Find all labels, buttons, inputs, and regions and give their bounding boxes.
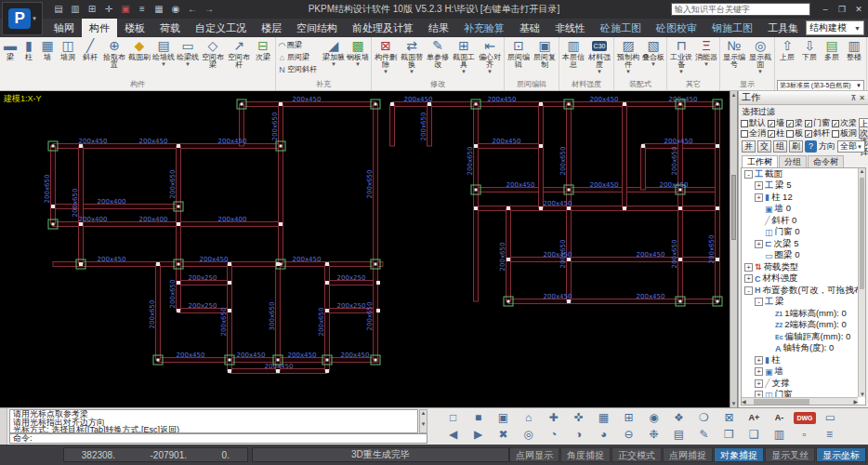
pick-place-button[interactable]: ⊕拾取布置 <box>101 38 127 80</box>
zoom-icon[interactable]: ◎ <box>516 427 541 443</box>
toggle-对象捕捉[interactable]: 对象捕捉 <box>714 447 764 462</box>
column-button[interactable]: ▮柱 <box>20 38 38 80</box>
bulb-icon[interactable]: ❍ <box>691 410 717 426</box>
tree-item[interactable]: +▣墙 <box>742 366 865 379</box>
maximize-button[interactable]: ❐ <box>835 3 849 16</box>
tab-基础[interactable]: 基础 <box>512 19 547 37</box>
filter-checkbox-斜杆[interactable]: ✓ <box>805 130 812 138</box>
industrial-equipment-button[interactable]: ⊓工业设备▼ <box>668 38 694 80</box>
text-larger-icon[interactable]: A+ <box>742 410 767 426</box>
fit-view-icon[interactable]: ▫ <box>792 427 817 443</box>
toggle-正交模式[interactable]: 正交模式 <box>612 447 662 462</box>
knowledge-search-input[interactable] <box>671 3 810 16</box>
filter-checkbox-次梁[interactable]: ✓ <box>832 120 839 127</box>
beam-button[interactable]: ▬梁 <box>1 38 20 80</box>
hybrid-cube-icon[interactable]: ▣ <box>491 410 516 426</box>
section-tool-button[interactable]: ⊞截面工具▼ <box>451 38 477 80</box>
wall-hole-button[interactable]: ◫墙洞 <box>57 38 79 80</box>
space-brace-button[interactable]: Ν空间斜杆 <box>277 63 322 75</box>
draw-beam-button[interactable]: ▭绘梁线▼ <box>176 38 200 80</box>
tab-砼图校审[interactable]: 砼图校审 <box>649 19 704 37</box>
purge-icon[interactable]: ⊠ <box>717 410 742 426</box>
viewport-3-icon[interactable]: ▥ <box>767 427 792 443</box>
user-icon[interactable]: ◉ <box>169 3 182 16</box>
floor-selector[interactable]: 第3标准层 (第3-5自然层)▼ <box>777 80 864 91</box>
filter-checkbox-默认[interactable] <box>741 120 748 127</box>
pkpm-logo[interactable]: P ▾ <box>2 2 43 35</box>
print-icon[interactable]: ⊞ <box>85 3 99 16</box>
collapse-icon[interactable]: - <box>744 170 753 179</box>
filter-checkbox-板[interactable] <box>786 130 794 138</box>
list-icon[interactable]: ≡ <box>136 3 149 16</box>
cad-canvas[interactable]: 建模1:X-Y 200x450200x450200x450200x450200x… <box>0 91 738 407</box>
wall-button[interactable]: ▦墙 <box>38 38 57 80</box>
whole-building-button[interactable]: ▥整楼 <box>843 38 865 80</box>
highlight-icon[interactable]: ❉ <box>641 427 666 443</box>
panel-tab-分组[interactable]: 分组 <box>779 155 807 167</box>
stamp-icon[interactable]: ▣ <box>119 3 132 16</box>
tree-item[interactable]: +C材料强度 <box>742 273 865 286</box>
toggle-显示叉丝[interactable]: 显示叉丝 <box>765 447 815 462</box>
panel-tab-命令树[interactable]: 命令树 <box>808 155 844 167</box>
viewport-1-icon[interactable]: ❒ <box>717 427 742 443</box>
expand-icon[interactable]: + <box>744 274 753 283</box>
steel-plate-wall-button[interactable]: ▩钢板墙▼ <box>346 38 370 80</box>
layers-icon[interactable]: ▤ <box>666 427 691 443</box>
damper-button[interactable]: Ξ消能器▼ <box>694 38 718 80</box>
floor-down-button[interactable]: ⇩下层 <box>798 38 821 80</box>
tab-工具集[interactable]: 工具集 <box>760 19 806 37</box>
list-view-icon[interactable]: ≡ <box>817 427 842 443</box>
viewport-2-icon[interactable]: ❑ <box>742 427 767 443</box>
shaded-cube-icon[interactable]: ■ <box>466 410 491 426</box>
canvas-scroll-thumb[interactable] <box>731 175 736 240</box>
solid-view-icon[interactable]: ▦ <box>591 410 616 426</box>
brace-button[interactable]: ╱斜杆 <box>79 38 101 80</box>
tab-砼施工图[interactable]: 砼施工图 <box>593 19 649 37</box>
precast-member-button[interactable]: ▨预制构件▼ <box>615 38 641 80</box>
tree-item[interactable]: ▣墙 0 <box>742 204 865 216</box>
inter-story-beam-button[interactable]: ⌂层间梁 <box>277 51 322 63</box>
zoom-scale-icon[interactable]: ◔ <box>541 427 566 443</box>
tree-item[interactable]: +╱支撑 <box>742 378 865 390</box>
canvas-vertical-scrollbar[interactable]: ▲ ▼ <box>730 91 737 407</box>
show-number-button[interactable]: №显示编号 <box>721 38 747 80</box>
grid-view-icon[interactable]: ⊞ <box>616 410 641 426</box>
space-bar-button[interactable]: ↗空间布杆 <box>226 38 252 80</box>
filter-checkbox-全消[interactable] <box>741 130 748 138</box>
toggle-角度捕捉[interactable]: 角度捕捉 <box>560 447 611 462</box>
panel-close-icon[interactable]: ✕ <box>859 94 865 102</box>
filter-刷-button[interactable]: 刷 <box>789 140 803 153</box>
tree-item[interactable]: -H布置参数(可改，可拖拽布置) <box>742 285 865 297</box>
toggle-显示坐标[interactable]: 显示坐标 <box>816 447 866 462</box>
section-replace-button[interactable]: ⇄截面替换▼ <box>399 38 425 80</box>
save-as-icon[interactable]: ▥ <box>69 3 82 16</box>
wire-cube-icon[interactable]: □ <box>441 410 466 426</box>
command-resize-strip[interactable] <box>0 408 7 445</box>
tree-item[interactable]: -工截面 <box>742 168 865 180</box>
tree-hscroll-thumb[interactable] <box>754 399 809 405</box>
offset-align-button[interactable]: ⇤偏心对齐▼ <box>477 38 503 80</box>
next-view-icon[interactable]: ▶ <box>466 427 491 443</box>
zoom-off-icon[interactable]: ✖ <box>491 427 516 443</box>
tree-item[interactable]: ◫门窗 0 <box>742 227 865 239</box>
ring-beam-button[interactable]: ◠圈梁 <box>277 39 322 51</box>
sub-beam-button[interactable]: ⊟次梁 <box>252 38 274 80</box>
filter-checkbox-门窗[interactable]: ✓ <box>805 120 812 127</box>
light-icon[interactable]: ✚ <box>541 410 566 426</box>
orbit-icon[interactable]: ◉ <box>641 410 666 426</box>
filter-checkbox-板洞[interactable] <box>832 130 839 138</box>
expand-icon[interactable]: + <box>755 367 763 376</box>
dwg-export-icon[interactable]: DWG <box>794 412 816 424</box>
tab-自定义工况[interactable]: 自定义工况 <box>188 19 254 37</box>
floor-plan-drawing[interactable]: 200x450200x450200x450200x450200x450200x4… <box>0 91 730 405</box>
tree-item[interactable]: +工梁 5 <box>742 180 865 193</box>
floor-up-button[interactable]: ⇧上层 <box>776 38 798 80</box>
tree-item[interactable]: +⊏次梁 5 <box>742 238 865 250</box>
scroll-down-icon[interactable]: ▼ <box>730 400 737 407</box>
expand-icon[interactable]: + <box>755 181 763 190</box>
material-strength-button[interactable]: C30材料强度▼ <box>586 38 612 80</box>
tab-构件[interactable]: 构件 <box>82 19 117 37</box>
save-icon[interactable]: ▤ <box>52 3 65 16</box>
tab-钢施工图[interactable]: 钢施工图 <box>704 19 760 37</box>
tab-空间结构[interactable]: 空间结构 <box>289 19 345 37</box>
